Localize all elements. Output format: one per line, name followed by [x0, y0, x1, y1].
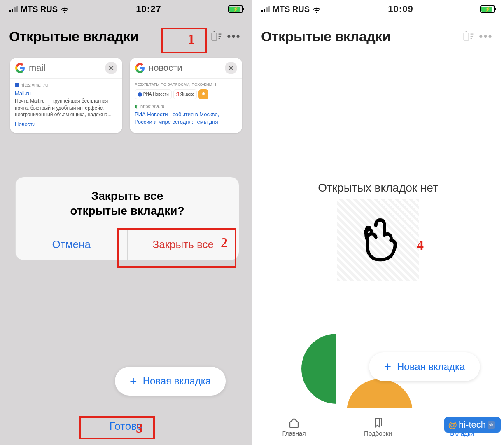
- close-all-tabs-button[interactable]: [459, 27, 477, 45]
- signal-icon: [9, 6, 18, 12]
- cancel-button[interactable]: Отмена: [16, 229, 128, 260]
- vk-icon: vk: [488, 421, 495, 429]
- page-title: Открытые вкладки: [261, 28, 459, 44]
- annotation-box-3: [79, 416, 155, 439]
- signal-icon: [261, 6, 270, 12]
- watermark-badge: @hi-tech vk: [444, 417, 501, 433]
- tab-preview: https://mail.ru Mail.ru Почта Mail.ru — …: [10, 78, 122, 133]
- home-icon: [288, 417, 300, 429]
- tab-title: mail: [29, 63, 102, 73]
- new-tab-button[interactable]: + Новая вкладка: [369, 352, 480, 381]
- dialog-title: Закрыть всеоткрытые вкладки?: [16, 177, 239, 229]
- nav-home[interactable]: Главная: [252, 408, 336, 445]
- new-tab-button[interactable]: + Новая вкладка: [115, 367, 226, 396]
- annotation-label: 3: [136, 420, 143, 436]
- battery-icon: ⚡: [228, 5, 243, 13]
- battery-icon: ⚡: [480, 5, 495, 13]
- empty-state-graphic: [337, 199, 419, 281]
- more-menu-button[interactable]: •••: [477, 27, 495, 45]
- open-tabs-grid: mail https://mail.ru Mail.ru Почта Mail.…: [0, 49, 252, 141]
- google-icon: [15, 63, 26, 73]
- result-sublink: Новости: [15, 121, 117, 128]
- page-header: Открытые вкладки •••: [252, 18, 504, 49]
- carrier-label: MTS RUS: [273, 5, 310, 14]
- wifi-icon: [60, 5, 69, 14]
- wifi-icon: [312, 5, 321, 14]
- result-link: РИА Новости - события в Москве, России и…: [135, 111, 237, 125]
- decorative-shapes: [301, 334, 371, 404]
- status-bar: MTS RUS 10:27 ⚡: [0, 0, 252, 18]
- annotation-box-1: [161, 28, 207, 53]
- tab-preview: РЕЗУЛЬТАТЫ ПО ЗАПРОСАМ, ПОХОЖИМ Н ⬤ РИА …: [130, 78, 242, 131]
- screenshot-left: MTS RUS 10:27 ⚡ Открытые вкладки ••• mai…: [0, 0, 252, 445]
- bookmark-icon: [372, 417, 384, 429]
- close-tab-button[interactable]: [105, 62, 117, 74]
- screenshot-right: MTS RUS 10:09 ⚡ Открытые вкладки ••• Отк…: [252, 0, 504, 445]
- google-icon: [135, 63, 145, 73]
- svg-rect-1: [464, 33, 469, 40]
- status-bar: MTS RUS 10:09 ⚡: [252, 0, 504, 18]
- clock: 10:27: [136, 4, 161, 14]
- nav-collections[interactable]: Подборки: [336, 408, 420, 445]
- carrier-label: MTS RUS: [21, 5, 58, 14]
- clock: 10:09: [388, 4, 413, 14]
- swipe-hand-icon: [351, 211, 405, 264]
- svg-rect-0: [212, 33, 217, 40]
- plus-icon: +: [384, 360, 391, 374]
- tab-title: новости: [149, 63, 222, 73]
- tab-card[interactable]: новости РЕЗУЛЬТАТЫ ПО ЗАПРОСАМ, ПОХОЖИМ …: [130, 58, 242, 133]
- result-link: Mail.ru: [15, 90, 117, 97]
- annotation-label: 4: [417, 237, 424, 253]
- favicon-icon: [15, 83, 19, 87]
- annotation-label: 2: [221, 235, 228, 251]
- more-menu-button[interactable]: •••: [225, 27, 243, 45]
- tab-card[interactable]: mail https://mail.ru Mail.ru Почта Mail.…: [10, 58, 122, 133]
- close-all-tabs-button[interactable]: [207, 27, 225, 45]
- annotation-label: 1: [188, 31, 195, 47]
- empty-state-message: Открытых вкладок нет: [252, 181, 504, 194]
- annotation-box-2: [117, 228, 236, 268]
- close-tab-button[interactable]: [225, 62, 237, 74]
- plus-icon: +: [130, 374, 137, 388]
- page-header: Открытые вкладки •••: [0, 18, 252, 49]
